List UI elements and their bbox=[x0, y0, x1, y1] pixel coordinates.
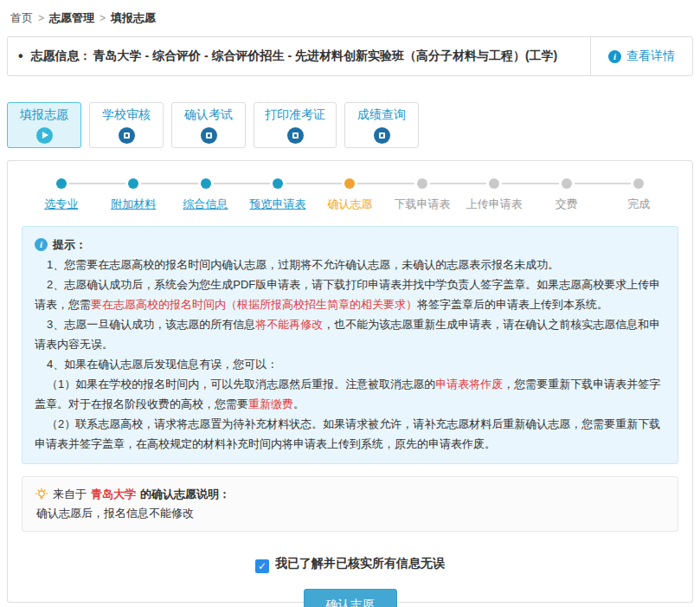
application-info-label: 志愿信息： bbox=[31, 48, 92, 64]
tab-fill-application[interactable]: 填报志愿 bbox=[7, 102, 81, 148]
stop-circle-icon bbox=[287, 127, 304, 144]
tab-confirm-exam[interactable]: 确认考试 bbox=[171, 102, 246, 148]
step-link-comprehensive-info[interactable]: 综合信息 bbox=[183, 197, 228, 212]
school-notice-box: 来自于 青岛大学 的确认志愿说明： 确认志愿后，报名信息不能修改 bbox=[22, 476, 678, 532]
step-label-download-form: 下载申请表 bbox=[394, 197, 450, 212]
tips-title: 提示： bbox=[35, 235, 665, 255]
step-dot bbox=[417, 178, 427, 189]
confirm-checkbox[interactable] bbox=[255, 559, 269, 573]
notice-school-name: 青岛大学 bbox=[91, 485, 136, 504]
tip-line-4: 4、如果在确认志愿后发现信息有误，您可以： bbox=[35, 354, 665, 374]
tip-line-1: 1、您需要在志愿高校的报名时间内确认志愿，过期将不允许确认志愿，未确认的志愿表示… bbox=[35, 255, 665, 274]
step-dot bbox=[56, 178, 67, 189]
lightbulb-icon bbox=[35, 488, 48, 501]
step-label-upload-form: 上传申请表 bbox=[466, 197, 523, 212]
school-notice-title: 来自于 青岛大学 的确认志愿说明： bbox=[35, 485, 665, 504]
tip-text-highlight: 申请表将作废 bbox=[435, 378, 503, 391]
confirm-button-row: 确认志愿 bbox=[22, 589, 678, 607]
step-label-finish: 完成 bbox=[627, 197, 650, 212]
school-notice-body: 确认志愿后，报名信息不能修改 bbox=[35, 504, 665, 523]
tip-text-highlight: 重新缴费 bbox=[248, 397, 293, 410]
breadcrumb: 首页>志愿管理>填报志愿 bbox=[7, 7, 693, 36]
info-icon[interactable] bbox=[608, 50, 621, 63]
stop-circle-icon bbox=[201, 127, 217, 144]
tip-text: 1、您需要在志愿高校的报名时间内确认志愿，过期将不允许确认志愿，未确认的志愿表示… bbox=[47, 258, 559, 271]
application-info-bar: • 志愿信息： 青岛大学 - 综合评价 - 综合评价招生 - 先进材料创新实验班… bbox=[7, 36, 693, 76]
notice-suffix: 的确认志愿说明： bbox=[140, 485, 230, 504]
tip-text: 3、志愿一旦确认成功，该志愿的所有信息 bbox=[47, 318, 255, 331]
step-dot bbox=[633, 178, 644, 189]
tip-text-highlight: 要在志愿高校的报名时间内（根据所报高校招生简章的相关要求） bbox=[91, 298, 417, 311]
breadcrumb-separator: > bbox=[38, 12, 44, 24]
step-link-additional-materials[interactable]: 附加材料 bbox=[111, 197, 156, 212]
tab-print-admission-ticket[interactable]: 打印准考证 bbox=[254, 102, 337, 148]
confirm-checkbox-row: 我已了解并已核实所有信息无误 bbox=[22, 556, 678, 573]
tab-label: 确认考试 bbox=[184, 107, 233, 123]
tip-text-highlight: 将不能再修改 bbox=[255, 318, 323, 331]
step-dot bbox=[562, 178, 572, 189]
progress-stepper: 选专业 附加材料 综合信息 预览申请表 确认志愿 下载申请表 上传申请表 交费 bbox=[25, 178, 675, 212]
tip-text: （2）联系志愿高校，请求将志愿置为待补充材料状态。如果请求被允许，请补充志愿材料… bbox=[35, 417, 660, 450]
step-dot bbox=[201, 178, 211, 189]
application-info-value: 青岛大学 - 综合评价 - 综合评价招生 - 先进材料创新实验班（高分子材料与工… bbox=[93, 48, 558, 64]
step-label-pay-fee: 交费 bbox=[556, 197, 578, 212]
confirm-application-button[interactable]: 确认志愿 bbox=[304, 589, 397, 607]
tip-text: 4、如果在确认志愿后发现信息有误，您可以： bbox=[47, 358, 278, 371]
step-dot-current bbox=[344, 178, 355, 189]
stop-circle-icon bbox=[374, 127, 390, 144]
tab-label: 成绩查询 bbox=[357, 107, 406, 123]
confirm-checkbox-label[interactable]: 我已了解并已核实所有信息无误 bbox=[275, 556, 445, 570]
info-icon bbox=[35, 238, 48, 251]
tip-line-5: （1）如果在学校的报名时间内，可以先取消志愿然后重报。注意被取消志愿的申请表将作… bbox=[35, 374, 665, 414]
step-label-confirm-application: 确认志愿 bbox=[327, 197, 372, 212]
step-dot bbox=[273, 178, 283, 189]
stage-tab-bar: 填报志愿 学校审核 确认考试 打印准考证 成绩查询 bbox=[7, 102, 693, 148]
step-finish: 完成 bbox=[603, 178, 675, 212]
tips-box: 提示： 1、您需要在志愿高校的报名时间内确认志愿，过期将不允许确认志愿，未确认的… bbox=[22, 226, 678, 464]
step-dot bbox=[128, 178, 138, 189]
main-panel: 选专业 附加材料 综合信息 预览申请表 确认志愿 下载申请表 上传申请表 交费 bbox=[7, 160, 693, 603]
tip-text: 。 bbox=[293, 397, 305, 410]
tab-score-query[interactable]: 成绩查询 bbox=[344, 102, 419, 148]
tab-label: 学校审核 bbox=[102, 107, 151, 123]
tip-line-3: 3、志愿一旦确认成功，该志愿的所有信息将不能再修改，也不能为该志愿重新生成申请表… bbox=[35, 314, 665, 354]
view-details-label[interactable]: 查看详情 bbox=[626, 48, 675, 64]
breadcrumb-separator: > bbox=[100, 12, 106, 24]
bullet-icon: • bbox=[18, 48, 23, 64]
stop-circle-icon bbox=[119, 127, 135, 144]
tab-label: 打印准考证 bbox=[265, 107, 325, 123]
tab-school-review[interactable]: 学校审核 bbox=[89, 102, 164, 148]
breadcrumb-current: 填报志愿 bbox=[111, 11, 156, 24]
tip-text: （1）如果在学校的报名时间内，可以先取消志愿然后重报。注意被取消志愿的 bbox=[47, 378, 435, 391]
play-circle-icon bbox=[36, 127, 53, 144]
step-dot bbox=[489, 178, 499, 189]
tab-label: 填报志愿 bbox=[20, 107, 68, 123]
application-info: • 志愿信息： 青岛大学 - 综合评价 - 综合评价招生 - 先进材料创新实验班… bbox=[8, 37, 590, 75]
step-link-choose-major[interactable]: 选专业 bbox=[44, 197, 78, 212]
breadcrumb-home[interactable]: 首页 bbox=[10, 11, 33, 24]
view-details-link[interactable]: 查看详情 bbox=[590, 37, 692, 75]
tip-line-6: （2）联系志愿高校，请求将志愿置为待补充材料状态。如果请求被允许，请补充志愿材料… bbox=[35, 414, 665, 454]
tip-line-2: 2、志愿确认成功后，系统会为您生成PDF版申请表，请下载打印申请表并找中学负责人… bbox=[35, 274, 665, 314]
step-link-preview-form[interactable]: 预览申请表 bbox=[250, 197, 306, 212]
tips-title-text: 提示： bbox=[53, 235, 87, 255]
breadcrumb-section[interactable]: 志愿管理 bbox=[49, 11, 94, 24]
tip-text: 将签字盖章后的申请表上传到本系统。 bbox=[417, 298, 608, 311]
notice-prefix: 来自于 bbox=[53, 485, 87, 504]
